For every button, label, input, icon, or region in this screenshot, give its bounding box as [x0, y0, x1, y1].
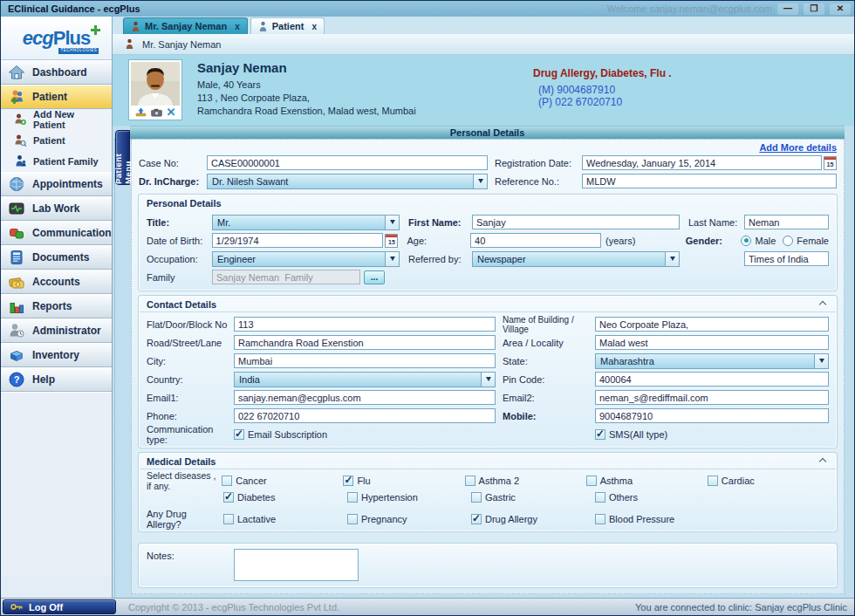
patient-menu-tab[interactable]: Patient Menu — [115, 130, 130, 185]
close-button[interactable]: ✕ — [830, 3, 851, 15]
mobile-input[interactable] — [595, 408, 829, 423]
area-input[interactable] — [595, 335, 829, 350]
disease-checkbox[interactable] — [586, 476, 597, 486]
age-input[interactable] — [470, 233, 601, 248]
disease-checkbox[interactable] — [595, 492, 605, 503]
logo-text-ecg: ecg — [23, 27, 53, 49]
pin-input[interactable] — [595, 372, 829, 387]
sidebar-item-communication[interactable]: Communication — [1, 221, 112, 245]
disease-checkbox[interactable] — [465, 476, 475, 486]
chevron-down-icon[interactable] — [814, 354, 828, 368]
tab-close-icon[interactable]: x — [308, 22, 317, 31]
tab-patient[interactable]: Patient x — [250, 17, 325, 34]
disease-checkbox[interactable] — [343, 476, 353, 486]
tab-bar: Mr. Sanjay Neman x Patient x — [113, 17, 855, 34]
calendar-icon[interactable]: 15 — [385, 234, 398, 248]
sidebar-item-patient[interactable]: Patient — [1, 85, 112, 109]
sidebar-item-lab-work[interactable]: Lab Work — [1, 196, 112, 221]
patient-search-icon — [13, 133, 27, 147]
maximize-button[interactable]: ❐ — [804, 3, 824, 15]
last-name-input[interactable] — [744, 215, 829, 229]
camera-icon[interactable] — [151, 108, 162, 117]
sidebar-item-add-new-patient[interactable]: Add New Patient — [1, 109, 112, 130]
road-label: Road/Street/Lane — [147, 338, 234, 348]
reference-no-input[interactable] — [582, 174, 837, 188]
upload-photo-icon[interactable] — [135, 107, 147, 117]
calendar-icon[interactable]: 15 — [824, 156, 837, 170]
allergy-checkbox[interactable] — [471, 514, 482, 524]
flat-label: Flat/Door/Block No — [147, 319, 234, 330]
dob-input[interactable] — [212, 233, 384, 248]
disease-checkbox[interactable] — [708, 476, 718, 486]
sidebar-item-reports[interactable]: Reports — [1, 294, 112, 318]
sidebar-item-help[interactable]: ? Help — [1, 367, 112, 392]
title-select[interactable]: Mr. — [212, 215, 400, 230]
chevron-down-icon[interactable] — [385, 252, 399, 266]
sidebar-item-appointments[interactable]: Appointments — [1, 172, 112, 196]
notes-textarea[interactable] — [234, 549, 359, 581]
reference-no-label: Reference No.: — [495, 176, 582, 187]
sidebar-item-inventory[interactable]: Inventory — [1, 343, 112, 367]
phone-input[interactable] — [234, 408, 496, 423]
gender-male-radio[interactable] — [741, 236, 751, 246]
building-input[interactable] — [595, 317, 829, 332]
chevron-down-icon[interactable] — [473, 175, 487, 188]
referred-detail-input[interactable] — [744, 251, 829, 266]
allergy-checkbox[interactable] — [347, 514, 358, 524]
country-select[interactable]: India — [234, 372, 496, 387]
sidebar-item-patient-family[interactable]: Patient Family — [1, 151, 112, 172]
phone-label: Phone: — [147, 411, 234, 421]
disease-checkbox[interactable] — [222, 476, 232, 486]
sms-checkbox[interactable] — [595, 429, 605, 440]
chevron-down-icon[interactable] — [385, 216, 399, 229]
first-name-input[interactable] — [472, 215, 680, 229]
gender-female-radio[interactable] — [783, 236, 793, 246]
collapse-chevron-icon[interactable] — [819, 458, 826, 465]
sidebar-item-dashboard[interactable]: Dashboard — [1, 60, 112, 85]
key-icon — [10, 603, 23, 611]
add-more-details-link[interactable]: Add More details — [759, 142, 837, 153]
tab-patient-record[interactable]: Mr. Sanjay Neman x — [123, 17, 248, 34]
sidebar-item-administrator[interactable]: Administrator — [1, 318, 112, 343]
app-window: EClinical Guidance - ecgPlus Welcome san… — [0, 0, 855, 616]
road-input[interactable] — [234, 335, 496, 350]
contact-details-fieldset: Contact Details Flat/Door/Block No Name … — [139, 296, 837, 448]
flat-input[interactable] — [234, 317, 496, 332]
case-no-input[interactable] — [207, 155, 488, 170]
city-input[interactable] — [234, 353, 496, 368]
remove-photo-icon[interactable]: ✕ — [167, 106, 176, 118]
disease-checkbox[interactable] — [347, 492, 358, 503]
patients-icon — [8, 88, 25, 106]
age-label: Age: — [407, 236, 470, 246]
sidebar-item-accounts[interactable]: Accounts — [1, 270, 112, 294]
dr-incharge-select[interactable]: Dr. Nilesh Sawant — [207, 174, 488, 189]
sidebar-item-patient-list[interactable]: Patient — [1, 130, 112, 151]
log-off-button[interactable]: Log Off — [3, 599, 116, 614]
allergy-checkbox[interactable] — [595, 514, 605, 524]
registration-date-input[interactable] — [582, 155, 822, 170]
tab-close-icon[interactable]: x — [231, 22, 240, 31]
main-area: Mr. Sanjay Neman x Patient x Mr. Sanjay … — [113, 17, 855, 599]
chevron-down-icon[interactable] — [665, 252, 679, 266]
family-input — [212, 270, 360, 284]
collapse-chevron-icon[interactable] — [819, 301, 826, 308]
sidebar-item-documents[interactable]: Documents — [1, 245, 112, 270]
email1-input[interactable] — [234, 390, 496, 405]
minimize-button[interactable]: — — [777, 3, 798, 15]
allergy-checkbox[interactable] — [223, 514, 234, 524]
patient-name: Sanjay Neman — [197, 60, 416, 75]
medical-details-fieldset: Medical Details Select diseases , if any… — [139, 453, 837, 531]
title-bar: EClinical Guidance - ecgPlus Welcome san… — [1, 1, 854, 17]
state-select[interactable]: Maharashtra — [595, 353, 829, 369]
email2-input[interactable] — [595, 390, 829, 405]
chevron-down-icon[interactable] — [481, 373, 495, 387]
referred-by-select[interactable]: Newspaper — [472, 251, 680, 267]
family-browse-button[interactable]: ... — [364, 270, 385, 284]
disease-checkbox[interactable] — [471, 492, 482, 503]
email1-label: Email1: — [147, 393, 234, 403]
disease-checkbox[interactable] — [223, 492, 234, 503]
personal-details-fieldset: Personal Details Title: Mr. First Name: — [139, 195, 837, 291]
personal-details-legend: Personal Details — [147, 198, 222, 209]
occupation-select[interactable]: Engineer — [212, 251, 400, 267]
email-subscription-checkbox[interactable] — [234, 429, 244, 440]
